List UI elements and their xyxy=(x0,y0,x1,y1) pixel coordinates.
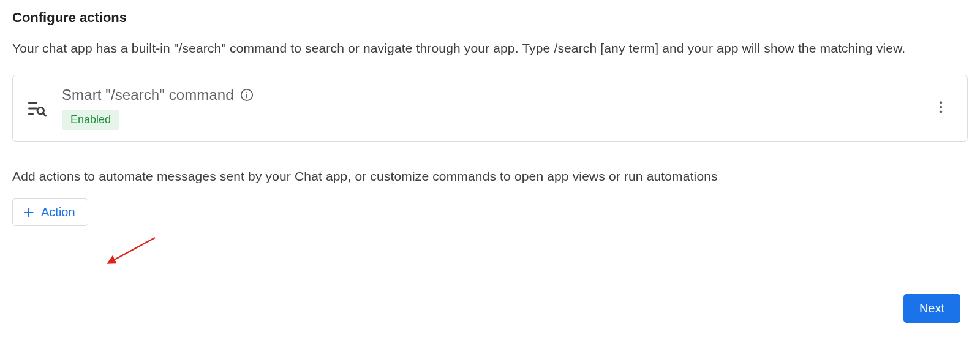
add-actions-description: Add actions to automate messages sent by… xyxy=(12,169,968,184)
info-icon[interactable] xyxy=(240,88,254,102)
svg-point-7 xyxy=(246,92,247,93)
add-action-label: Action xyxy=(41,205,75,219)
add-action-button[interactable]: Action xyxy=(12,198,88,226)
card-title-row: Smart "/search" command xyxy=(62,86,914,104)
card-content: Smart "/search" command Enabled xyxy=(62,86,914,130)
svg-point-10 xyxy=(940,111,942,113)
list-search-icon xyxy=(26,97,48,119)
annotation-arrow-icon xyxy=(103,230,164,273)
section-divider xyxy=(12,154,968,154)
svg-line-14 xyxy=(112,238,155,261)
more-options-button[interactable] xyxy=(928,94,954,122)
section-description: Your chat app has a built-in "/search" c… xyxy=(12,39,968,58)
page-title: Configure actions xyxy=(12,10,968,26)
status-badge: Enabled xyxy=(62,110,119,130)
smart-search-card: Smart "/search" command Enabled xyxy=(12,75,968,142)
more-vertical-icon xyxy=(933,99,949,117)
svg-line-4 xyxy=(43,113,45,116)
plus-icon xyxy=(23,206,35,219)
card-title: Smart "/search" command xyxy=(62,86,234,104)
svg-point-8 xyxy=(940,102,942,104)
svg-point-9 xyxy=(940,106,942,108)
next-button[interactable]: Next xyxy=(903,294,960,323)
